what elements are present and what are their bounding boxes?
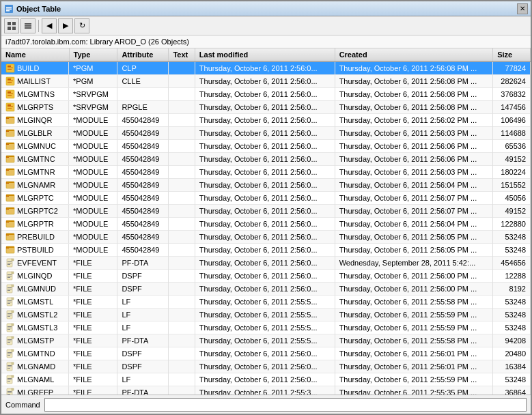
svg-rect-35 — [6, 143, 14, 144]
table-row[interactable]: MLGMTNR*MODULE455042849Thursday, October… — [1, 166, 531, 179]
close-button[interactable]: ✕ — [517, 3, 528, 14]
cell-type: *FILE — [69, 321, 117, 334]
cell-created: Thursday, October 6, 2011 2:56:07 PM ... — [335, 192, 492, 205]
window-icon — [4, 4, 14, 14]
cell-name: MLGMTNC — [1, 153, 69, 165]
table-row[interactable]: MLGNAMR*MODULE455042849Thursday, October… — [1, 179, 531, 192]
table-row[interactable]: MLGNAMD*FILEDSPFThursday, October 6, 201… — [1, 360, 531, 373]
cell-created: Thursday, October 6, 2011 2:56:07 PM ... — [335, 205, 492, 218]
cell-size: 36864 — [493, 386, 531, 395]
table-row[interactable]: MLGMNUD*FILEDSPFThursday, October 6, 201… — [1, 283, 531, 296]
svg-rect-25 — [8, 106, 13, 107]
main-window: Object Table ✕ ◀ ▶ ↻ i7adt07.torolab.ibm… — [0, 0, 532, 415]
col-created[interactable]: Created — [335, 48, 492, 61]
cell-text — [169, 192, 195, 205]
toolbar-btn-refresh[interactable]: ↻ — [74, 18, 89, 33]
toolbar-btn-forward[interactable]: ▶ — [58, 18, 73, 33]
svg-rect-24 — [8, 104, 11, 106]
cell-created: Thursday, October 6, 2011 2:56:01 PM ... — [335, 360, 492, 373]
cell-size: 20480 — [493, 347, 531, 360]
cell-text — [169, 334, 195, 347]
cell-attribute: 455042849 — [117, 127, 169, 140]
table-row[interactable]: MLGMTND*FILEDSPFThursday, October 6, 201… — [1, 347, 531, 360]
table-row[interactable]: MLGMSTP*FILEPF-DTAThursday, October 6, 2… — [1, 334, 531, 347]
col-type[interactable]: Type — [69, 48, 117, 61]
toolbar-btn-back[interactable]: ◀ — [42, 18, 57, 33]
cell-attribute: DSPF — [117, 270, 169, 283]
table-row[interactable]: MLGINQD*FILEDSPFThursday, October 6, 201… — [1, 270, 531, 283]
cell-last-modified: Thursday, October 6, 2011 2:56:0... — [195, 192, 335, 205]
cell-name: MLGNAML — [1, 373, 69, 386]
svg-rect-116 — [12, 375, 14, 377]
table-row[interactable]: BUILD*PGMCLPThursday, October 6, 2011 2:… — [1, 61, 531, 75]
svg-rect-89 — [8, 316, 10, 317]
cell-text — [169, 101, 195, 114]
cell-attribute: CLLE — [117, 75, 169, 88]
svg-rect-50 — [6, 208, 14, 209]
cell-type: *FILE — [69, 386, 117, 395]
toolbar-btn-grid[interactable] — [4, 18, 19, 33]
toolbar-btn-menu[interactable] — [20, 18, 36, 33]
cell-attribute: 455042849 — [117, 166, 169, 179]
cell-name: PSTBUILD — [1, 244, 69, 256]
toolbar-separator — [38, 20, 39, 32]
command-input[interactable] — [44, 398, 527, 412]
table-row[interactable]: MLGRPTR*MODULE455042849Thursday, October… — [1, 218, 531, 231]
svg-rect-59 — [6, 246, 14, 248]
name-text: MLGMTNC — [17, 155, 55, 163]
cell-name: MLGMSTL — [1, 296, 69, 308]
svg-rect-6 — [8, 27, 11, 30]
table-row[interactable]: MLGMNUC*MODULE455042849Thursday, October… — [1, 140, 531, 153]
col-last-modified[interactable]: Last modified — [195, 48, 335, 61]
cell-type: *FILE — [69, 360, 117, 373]
table-row[interactable]: PSTBUILD*MODULE455042849Thursday, Octobe… — [1, 244, 531, 257]
cell-text — [169, 257, 195, 270]
table-row[interactable]: MLGMTNC*MODULE455042849Thursday, October… — [1, 153, 531, 166]
cell-text — [169, 61, 195, 75]
cell-name: MLGMSTP — [1, 334, 69, 347]
table-row[interactable]: MLGINQR*MODULE455042849Thursday, October… — [1, 114, 531, 127]
cell-name: MLGMSTL2 — [1, 309, 69, 321]
col-text[interactable]: Text — [169, 48, 195, 61]
table-row[interactable]: MAILLIST*PGMCLLEThursday, October 6, 201… — [1, 75, 531, 88]
col-attribute[interactable]: Attribute — [117, 48, 169, 61]
svg-rect-123 — [8, 391, 12, 392]
cell-created: Thursday, October 6, 2011 2:55:58 PM ... — [335, 334, 492, 347]
cell-attribute: 455042849 — [117, 244, 169, 257]
cell-name: PREBUILD — [1, 231, 69, 243]
cell-text — [169, 321, 195, 334]
name-text: MLGRPTC — [17, 194, 54, 202]
table-container[interactable]: Name Type Attribute Text Last modified C… — [1, 48, 531, 395]
table-row[interactable]: MLGRPTS*SRVPGMRPGLEThursday, October 6, … — [1, 101, 531, 114]
table-row[interactable]: MLGMSTL*FILELFThursday, October 6, 2011 … — [1, 296, 531, 309]
cell-attribute: DSPF — [117, 347, 169, 360]
cell-type: *MODULE — [69, 205, 117, 218]
svg-rect-4 — [8, 22, 11, 25]
table-row[interactable]: PREBUILD*MODULE455042849Thursday, Octobe… — [1, 231, 531, 244]
cell-type: *MODULE — [69, 114, 117, 127]
cell-size: 12288 — [493, 270, 531, 283]
table-row[interactable]: MLGLBLR*MODULE455042849Thursday, October… — [1, 127, 531, 140]
cell-name: MLGRPTC2 — [1, 205, 69, 217]
table-row[interactable]: MLGRPTC2*MODULE455042849Thursday, Octobe… — [1, 205, 531, 218]
cell-text — [169, 205, 195, 218]
cell-name: MLGMTND — [1, 347, 69, 360]
svg-rect-14 — [8, 69, 12, 70]
table-row[interactable]: MLGREFP*FILEPF-DTAThursday, October 6, 2… — [1, 386, 531, 395]
cell-attribute: PF-DTA — [117, 257, 169, 270]
cell-type: *MODULE — [69, 231, 117, 244]
cell-size: 49152 — [493, 153, 531, 166]
cell-type: *FILE — [69, 283, 117, 296]
table-row[interactable]: EVFEVENT*FILEPF-DTAThursday, October 6, … — [1, 257, 531, 270]
table-row[interactable]: MLGRPTC*MODULE455042849Thursday, October… — [1, 192, 531, 205]
table-row[interactable]: MLGMSTL2*FILELFThursday, October 6, 2011… — [1, 309, 531, 321]
name-text: PSTBUILD — [17, 246, 54, 254]
table-row[interactable]: MLGMSTL3*FILELFThursday, October 6, 2011… — [1, 321, 531, 334]
table-row[interactable]: MLGMTNS*SRVPGMThursday, October 6, 2011 … — [1, 88, 531, 101]
col-size[interactable]: Size — [493, 48, 531, 61]
cell-attribute: 455042849 — [117, 205, 169, 218]
col-name[interactable]: Name — [1, 48, 69, 61]
table-row[interactable]: MLGNAML*FILELFThursday, October 6, 2011 … — [1, 373, 531, 386]
cell-type: *FILE — [69, 334, 117, 347]
cell-attribute: LF — [117, 309, 169, 321]
